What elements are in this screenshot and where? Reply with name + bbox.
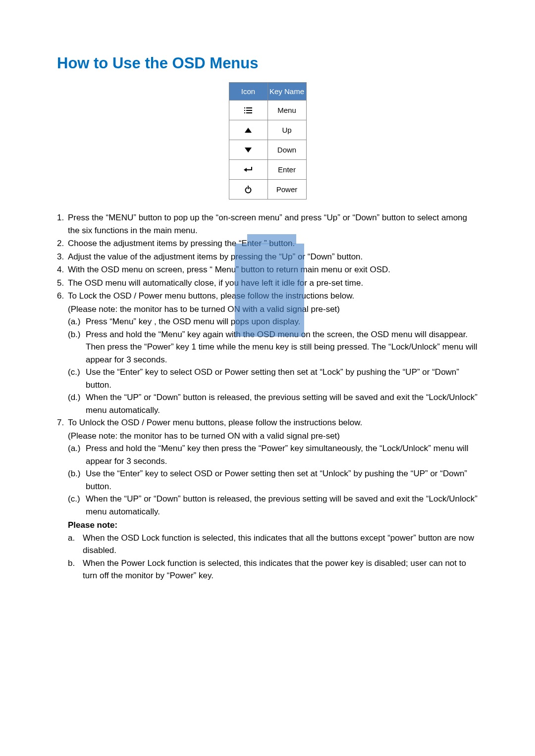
sub-item-number: (b.) bbox=[68, 328, 86, 366]
table-row: Up bbox=[229, 120, 306, 140]
item-text: The OSD menu will automatically close, i… bbox=[68, 277, 478, 290]
item-note: (Please note: the monitor has to be turn… bbox=[68, 303, 478, 316]
sub-item-number: (c.) bbox=[68, 493, 86, 518]
sub-item-number: (a.) bbox=[68, 442, 86, 467]
svg-rect-1 bbox=[246, 107, 252, 108]
table-cell-keyname: Power bbox=[268, 180, 306, 200]
sub-item-text: Use the “Enter” key to select OSD or Pow… bbox=[86, 366, 478, 391]
sub-item: (a.) Press “Menu” key , the OSD menu wil… bbox=[68, 315, 478, 328]
svg-rect-4 bbox=[244, 112, 245, 113]
note-number: b. bbox=[68, 557, 83, 582]
instruction-item: 2. Choose the adjustment items by pressi… bbox=[57, 237, 478, 250]
item-text: To Unlock the OSD / Power menu buttons, … bbox=[68, 416, 478, 429]
sub-item: (d.) When the “UP” or “Down” button is r… bbox=[68, 391, 478, 416]
note-item: b.When the Power Lock function is select… bbox=[68, 557, 478, 582]
sub-item-number: (b.) bbox=[68, 467, 86, 493]
svg-marker-8 bbox=[244, 168, 247, 172]
table-row: Down bbox=[229, 140, 306, 160]
sub-item: (b.) Use the “Enter” key to select OSD o… bbox=[68, 467, 478, 493]
icon-key-table: Icon Key Name Menu bbox=[229, 82, 307, 200]
instruction-item: 6. To Lock the OSD / Power menu buttons,… bbox=[57, 290, 478, 302]
instruction-item: 1. Press the “MENU” button to pop up the… bbox=[57, 211, 478, 237]
svg-rect-2 bbox=[244, 110, 245, 111]
enter-icon bbox=[229, 166, 268, 173]
page-title: How to Use the OSD Menus bbox=[57, 54, 478, 72]
instruction-item: 3. Adjust the value of the adjustment it… bbox=[57, 251, 478, 263]
sub-item-text: Use the “Enter” key to select OSD or Pow… bbox=[86, 467, 478, 493]
sub-item: (b.) Press and hold the “Menu” key again… bbox=[68, 328, 478, 366]
menu-icon bbox=[229, 107, 268, 114]
sub-item-number: (d.) bbox=[68, 391, 86, 416]
table-cell-keyname: Down bbox=[268, 140, 306, 160]
up-icon bbox=[229, 127, 268, 133]
sub-list: (a.) Press and hold the “Menu” key then … bbox=[68, 442, 478, 518]
instruction-item: 7. To Unlock the OSD / Power menu button… bbox=[57, 416, 478, 429]
down-icon bbox=[229, 147, 268, 153]
instruction-item: 5. The OSD menu will automatically close… bbox=[57, 277, 478, 290]
sub-item-text: Press “Menu” key , the OSD menu will pop… bbox=[86, 315, 478, 328]
notes-list: a.When the OSD Lock function is selected… bbox=[68, 532, 478, 582]
instructions: 1. Press the “MENU” button to pop up the… bbox=[57, 211, 478, 582]
sub-item: (c.) Use the “Enter” key to select OSD o… bbox=[68, 366, 478, 391]
svg-rect-3 bbox=[246, 110, 252, 111]
item-number: 2. bbox=[57, 237, 68, 250]
note-number: a. bbox=[68, 532, 83, 557]
sub-item: (a.) Press and hold the “Menu” key then … bbox=[68, 442, 478, 467]
item-number: 4. bbox=[57, 263, 68, 276]
sub-item-number: (c.) bbox=[68, 366, 86, 391]
sub-item: (c.) When the “UP” or “Down” button is r… bbox=[68, 493, 478, 518]
sub-item-text: When the “UP” or “Down” button is releas… bbox=[86, 391, 478, 416]
sub-item-number: (a.) bbox=[68, 315, 86, 328]
item-text: To Lock the OSD / Power menu buttons, pl… bbox=[68, 290, 478, 302]
item-text: With the OSD menu on screen, press “ Men… bbox=[68, 263, 478, 276]
item-number: 6. bbox=[57, 290, 68, 302]
item-text: Choose the adjustment items by pressing … bbox=[68, 237, 478, 250]
sub-item-text: When the “UP” or “Down” button is releas… bbox=[86, 493, 478, 518]
table-cell-keyname: Enter bbox=[268, 160, 306, 180]
table-row: Power bbox=[229, 180, 306, 200]
item-text: Adjust the value of the adjustment items… bbox=[68, 251, 478, 263]
item-number: 5. bbox=[57, 277, 68, 290]
power-icon bbox=[229, 186, 268, 194]
note-text: When the OSD Lock function is selected, … bbox=[83, 532, 478, 557]
note-text: When the Power Lock function is selected… bbox=[83, 557, 478, 582]
item-number: 7. bbox=[57, 416, 68, 429]
sub-list: (a.) Press “Menu” key , the OSD menu wil… bbox=[68, 315, 478, 416]
sub-item-text: Press and hold the “Menu” key then press… bbox=[86, 442, 478, 467]
svg-rect-0 bbox=[244, 107, 245, 108]
table-header-keyname: Key Name bbox=[268, 83, 306, 101]
table-cell-keyname: Menu bbox=[268, 101, 306, 120]
svg-marker-7 bbox=[245, 148, 252, 152]
table-row: Menu bbox=[229, 101, 306, 120]
note-item: a.When the OSD Lock function is selected… bbox=[68, 532, 478, 557]
item-text: Press the “MENU” button to pop up the “o… bbox=[68, 211, 478, 237]
svg-rect-12 bbox=[248, 186, 249, 189]
table-row: Enter bbox=[229, 160, 306, 180]
instruction-item: 4. With the OSD menu on screen, press “ … bbox=[57, 263, 478, 276]
svg-marker-6 bbox=[245, 128, 252, 133]
item-number: 3. bbox=[57, 251, 68, 263]
item-number: 1. bbox=[57, 211, 68, 237]
table-cell-keyname: Up bbox=[268, 120, 306, 140]
please-note-heading: Please note: bbox=[68, 519, 478, 532]
sub-item-text: Press and hold the “Menu” key again with… bbox=[86, 328, 478, 366]
svg-rect-5 bbox=[246, 112, 252, 113]
table-header-icon: Icon bbox=[229, 83, 268, 101]
item-note: (Please note: the monitor has to be turn… bbox=[68, 430, 478, 443]
